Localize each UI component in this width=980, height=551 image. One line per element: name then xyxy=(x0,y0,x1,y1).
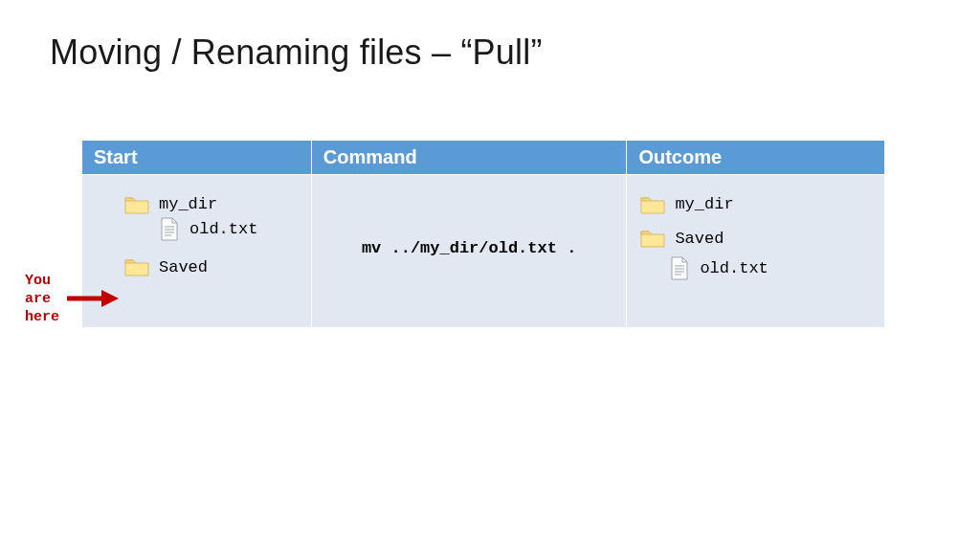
outcome-old-txt: old.txt xyxy=(669,256,871,281)
label: old.txt xyxy=(700,256,768,281)
outcome-my-dir: my_dir xyxy=(640,192,871,217)
start-my-dir: my_dir xyxy=(124,192,298,217)
label: my_dir xyxy=(159,192,217,217)
you-are-here-label: You are here xyxy=(25,273,59,326)
start-saved: Saved xyxy=(124,255,298,280)
arrow-right-icon xyxy=(65,287,121,310)
label: Saved xyxy=(675,227,724,252)
label: Saved xyxy=(159,255,208,280)
file-move-table: Start Command Outcome my_dir xyxy=(81,140,885,328)
slide: Moving / Renaming files – “Pull” Start C… xyxy=(0,0,980,551)
outcome-tree: my_dir Saved xyxy=(640,192,871,281)
start-tree: my_dir old.txt xyxy=(96,192,298,279)
col-header-command: Command xyxy=(311,141,627,175)
l3: here xyxy=(25,309,59,327)
file-icon xyxy=(159,217,180,242)
folder-icon xyxy=(124,194,149,215)
svg-marker-9 xyxy=(101,290,119,307)
slide-title: Moving / Renaming files – “Pull” xyxy=(50,33,543,73)
folder-icon xyxy=(124,256,149,277)
col-header-start: Start xyxy=(82,141,312,175)
label: my_dir xyxy=(675,192,733,217)
folder-icon xyxy=(640,194,665,215)
table-row: my_dir old.txt xyxy=(82,175,885,328)
l1: You xyxy=(25,273,59,291)
outcome-saved: Saved xyxy=(640,227,871,252)
l2: are xyxy=(25,291,59,309)
label: old.txt xyxy=(189,217,257,242)
file-icon xyxy=(669,256,690,281)
cell-command: mv ../my_dir/old.txt . xyxy=(311,175,627,328)
folder-icon xyxy=(640,228,665,249)
command-text: mv ../my_dir/old.txt . xyxy=(362,239,576,257)
start-old-txt: old.txt xyxy=(159,217,298,242)
cell-outcome: my_dir Saved xyxy=(627,175,885,328)
col-header-outcome: Outcome xyxy=(627,141,885,175)
table-header-row: Start Command Outcome xyxy=(82,141,885,175)
